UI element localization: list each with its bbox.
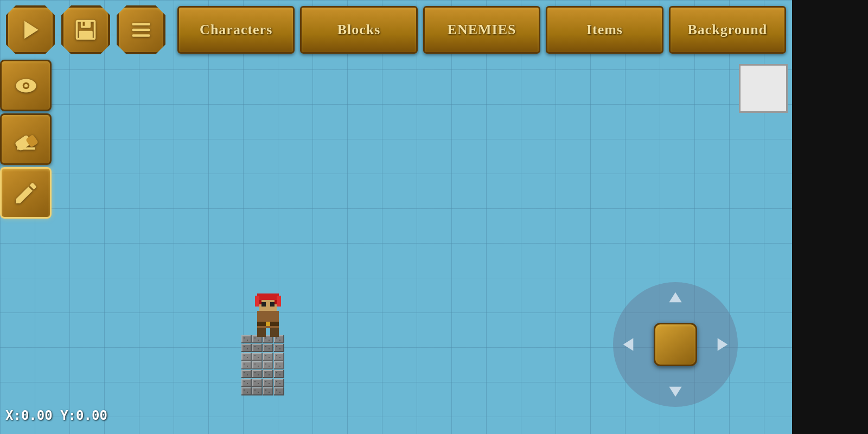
- dpad-circle: [613, 282, 738, 407]
- save-icon: [74, 18, 98, 42]
- svg-marker-14: [669, 292, 681, 303]
- coordinates-display: X:0.00 Y:0.00: [5, 408, 107, 423]
- svg-marker-0: [24, 21, 39, 39]
- left-tools-panel: [0, 60, 54, 221]
- tab-blocks[interactable]: Blocks: [300, 6, 417, 54]
- pencil-tool-button[interactable]: [0, 167, 52, 219]
- play-button[interactable]: [6, 5, 55, 54]
- menu-icon: [129, 18, 153, 42]
- tab-enemies[interactable]: ENEMIES: [423, 6, 540, 54]
- svg-rect-5: [132, 23, 150, 25]
- up-arrow-icon: [668, 290, 683, 305]
- left-arrow-icon: [621, 337, 636, 352]
- svg-marker-17: [718, 338, 728, 350]
- eye-icon: [12, 72, 40, 99]
- dpad-center-button[interactable]: [654, 323, 697, 366]
- eraser-tool-button[interactable]: [0, 113, 52, 165]
- save-button[interactable]: [61, 5, 110, 54]
- svg-rect-7: [132, 34, 150, 37]
- pencil-icon: [12, 180, 40, 207]
- svg-rect-4: [83, 22, 85, 25]
- right-arrow-icon: [715, 337, 730, 352]
- action-buttons-group: [0, 0, 171, 60]
- tab-container: Characters Blocks ENEMIES Items Backgrou…: [171, 0, 792, 60]
- play-icon: [18, 18, 42, 42]
- toolbar: Characters Blocks ENEMIES Items Backgrou…: [0, 0, 792, 60]
- svg-marker-16: [623, 338, 634, 350]
- platform-blocks: [241, 335, 285, 407]
- tab-items[interactable]: Items: [546, 6, 663, 54]
- dpad-right-button[interactable]: [713, 335, 732, 354]
- down-arrow-icon: [668, 384, 683, 399]
- svg-rect-2: [81, 21, 91, 28]
- dpad-down-button[interactable]: [666, 382, 685, 401]
- preview-box: [739, 64, 788, 113]
- tab-characters[interactable]: Characters: [177, 6, 295, 54]
- svg-marker-15: [669, 387, 681, 397]
- right-sidebar: [792, 0, 868, 434]
- character-sprite: [251, 293, 285, 339]
- svg-rect-3: [79, 31, 93, 39]
- dpad-left-button[interactable]: [618, 335, 638, 354]
- eraser-icon: [12, 126, 40, 153]
- view-tool-button[interactable]: [0, 60, 52, 111]
- dpad-up-button[interactable]: [666, 288, 685, 307]
- menu-button[interactable]: [117, 5, 165, 54]
- dpad-joystick[interactable]: [613, 282, 738, 407]
- game-canvas[interactable]: Characters Blocks ENEMIES Items Backgrou…: [0, 0, 792, 434]
- svg-point-10: [24, 84, 27, 87]
- svg-rect-6: [132, 29, 150, 31]
- tab-background[interactable]: Background: [669, 6, 786, 54]
